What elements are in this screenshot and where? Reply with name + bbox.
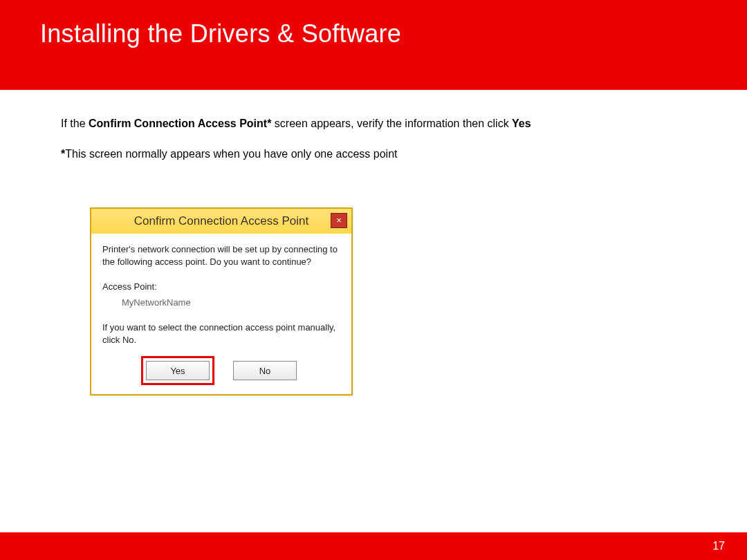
no-button[interactable]: No: [233, 361, 297, 380]
dialog-title: Confirm Connection Access Point: [134, 214, 308, 228]
instruction-paragraph-2: *This screen normally appears when you h…: [61, 147, 686, 162]
dialog-titlebar: Confirm Connection Access Point ×: [91, 209, 351, 234]
para2-text: This screen normally appears when you ha…: [65, 148, 397, 160]
footer-bar: 17: [0, 532, 747, 560]
slide-page: Installing the Drivers & Software If the…: [0, 0, 747, 560]
dialog-access-point-name: MyNetworkName: [122, 297, 340, 308]
page-number: 17: [712, 540, 725, 552]
para1-bold2: Yes: [512, 118, 531, 129]
para1-bold1: Confirm Connection Access Point*: [89, 118, 271, 129]
page-title: Installing the Drivers & Software: [40, 19, 401, 48]
confirm-connection-dialog: Confirm Connection Access Point × Printe…: [90, 207, 353, 395]
dialog-button-row: Yes No: [102, 358, 340, 382]
dialog-screenshot: Confirm Connection Access Point × Printe…: [90, 207, 353, 395]
dialog-message-2: If you want to select the connection acc…: [102, 321, 340, 346]
para1-mid: screen appears, verify the information t…: [271, 118, 512, 129]
yes-button[interactable]: Yes: [146, 361, 210, 380]
dialog-message-1: Printer's network connection will be set…: [102, 243, 340, 268]
dialog-body: Printer's network connection will be set…: [91, 234, 351, 394]
dialog-access-point-label: Access Point:: [102, 281, 340, 292]
header-bar: Installing the Drivers & Software: [0, 0, 747, 90]
instruction-paragraph-1: If the Confirm Connection Access Point* …: [61, 116, 686, 131]
para1-pre: If the: [61, 118, 89, 129]
dialog-close-button[interactable]: ×: [331, 213, 347, 228]
